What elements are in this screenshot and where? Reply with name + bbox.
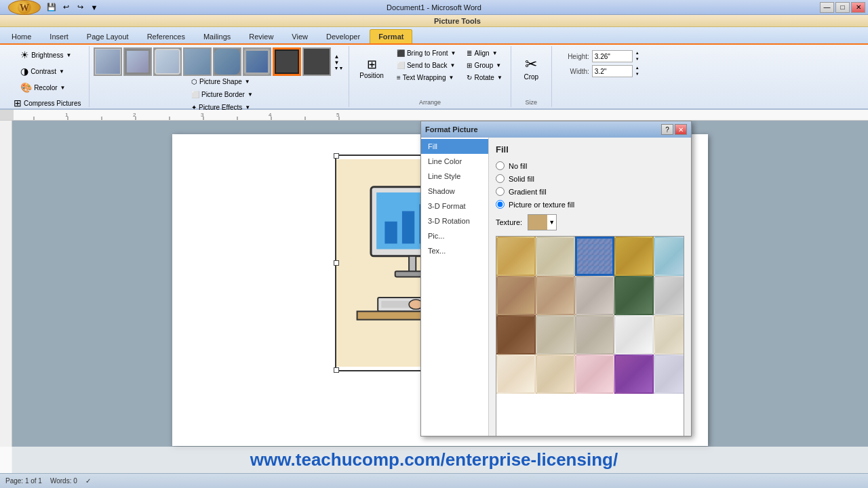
height-input[interactable]: [592, 50, 633, 62]
office-button[interactable]: W: [8, 0, 41, 15]
tab-references[interactable]: References: [138, 29, 194, 43]
text-wrap-dropdown: ▼: [449, 75, 454, 81]
undo-button[interactable]: ↩: [60, 1, 72, 14]
contrast-button[interactable]: ◑ Contrast ▼: [16, 64, 68, 79]
texture-1[interactable]: [496, 237, 536, 276]
solid-fill-radio[interactable]: [496, 174, 505, 183]
text-wrapping-button[interactable]: ≡ Text Wrapping ▼: [393, 72, 460, 83]
sidebar-item-picture[interactable]: Pic...: [421, 228, 488, 243]
sidebar-item-line-style[interactable]: Line Style: [421, 169, 488, 184]
spell-check-icon[interactable]: ✓: [85, 477, 91, 485]
bring-to-front-button[interactable]: ⬛ Bring to Front ▼: [393, 47, 460, 59]
sidebar-item-3d-format[interactable]: 3-D Format: [421, 199, 488, 214]
tab-mailings[interactable]: Mailings: [195, 29, 239, 43]
tab-view[interactable]: View: [283, 29, 317, 43]
solid-fill-option[interactable]: Solid fill: [496, 174, 684, 183]
maximize-button[interactable]: □: [835, 2, 850, 13]
align-button[interactable]: ≣ Align ▼: [462, 47, 506, 59]
dialog-controls[interactable]: ? ✕: [661, 124, 687, 135]
customize-qat-button[interactable]: ▼: [88, 1, 100, 14]
texture-18[interactable]: [575, 354, 614, 394]
pic-style-1[interactable]: [94, 47, 122, 76]
texture-dropdown-arrow[interactable]: ▼: [547, 218, 556, 227]
texture-11[interactable]: [496, 315, 536, 354]
group-button[interactable]: ⊞ Group ▼: [462, 60, 506, 71]
svg-text:3: 3: [201, 112, 204, 118]
sidebar-item-fill[interactable]: Fill: [421, 139, 488, 154]
gradient-fill-radio[interactable]: [496, 187, 505, 196]
tab-page-layout[interactable]: Page Layout: [78, 29, 138, 43]
compress-icon: ⊞: [14, 98, 22, 108]
tab-developer[interactable]: Developer: [317, 29, 369, 43]
picture-texture-radio[interactable]: [496, 200, 505, 209]
close-button[interactable]: ✕: [851, 2, 865, 13]
handle-bottom-left[interactable]: [334, 367, 339, 373]
sidebar-item-3d-rotation[interactable]: 3-D Rotation: [421, 214, 488, 228]
handle-middle-left[interactable]: [334, 260, 339, 266]
tab-home[interactable]: Home: [3, 29, 40, 43]
no-fill-option[interactable]: No fill: [496, 161, 684, 170]
position-button[interactable]: ⊞ Position: [353, 47, 390, 88]
sidebar-item-line-color[interactable]: Line Color: [421, 154, 488, 169]
texture-17[interactable]: [536, 354, 575, 394]
format-picture-dialog[interactable]: Format Picture ? ✕ Fill Line Color Line …: [420, 121, 692, 436]
handle-top-left[interactable]: [334, 153, 339, 159]
texture-7[interactable]: [536, 276, 575, 315]
sidebar-item-text-box[interactable]: Tex...: [421, 243, 488, 258]
tab-format[interactable]: Format: [370, 29, 412, 43]
pic-style-3[interactable]: [153, 47, 182, 76]
crop-button[interactable]: ✂ Crop: [517, 47, 545, 88]
width-spinner[interactable]: ▲▼: [635, 65, 639, 77]
texture-8[interactable]: [575, 276, 614, 315]
quick-access-toolbar[interactable]: W 💾 ↩ ↪ ▼: [3, 0, 103, 15]
pic-style-7[interactable]: [273, 47, 301, 76]
pic-style-4[interactable]: [183, 47, 212, 76]
width-input[interactable]: [592, 65, 633, 77]
texture-14[interactable]: [614, 315, 654, 354]
texture-2[interactable]: [536, 237, 575, 276]
texture-16[interactable]: [496, 354, 536, 394]
texture-5[interactable]: [654, 237, 684, 276]
height-spinner[interactable]: ▲▼: [635, 50, 639, 62]
picture-shape-label: Picture Shape: [199, 78, 242, 85]
texture-scroll-area[interactable]: [496, 236, 684, 436]
texture-20[interactable]: [654, 354, 684, 394]
sidebar-item-shadow[interactable]: Shadow: [421, 184, 488, 199]
texture-12[interactable]: [536, 315, 575, 354]
pic-style-8[interactable]: [302, 47, 331, 76]
send-to-back-button[interactable]: ⬜ Send to Back ▼: [393, 60, 460, 71]
texture-10[interactable]: [654, 276, 684, 315]
texture-9[interactable]: [614, 276, 654, 315]
dialog-close-button[interactable]: ✕: [675, 124, 687, 135]
dialog-help-button[interactable]: ?: [661, 124, 673, 135]
texture-selector[interactable]: ▼: [528, 214, 557, 230]
picture-styles-gallery[interactable]: ▲▼▼▼: [94, 47, 344, 76]
texture-15[interactable]: [654, 315, 684, 354]
minimize-button[interactable]: —: [820, 2, 834, 13]
picture-border-button[interactable]: ⬜ Picture Border ▼: [187, 89, 257, 100]
recolor-button[interactable]: 🎨 Recolor ▼: [16, 80, 69, 95]
brightness-button[interactable]: ☀ Brightness ▼: [16, 47, 75, 62]
picture-texture-fill-option[interactable]: Picture or texture fill: [496, 200, 684, 209]
gradient-fill-option[interactable]: Gradient fill: [496, 187, 684, 196]
pic-style-6[interactable]: [243, 47, 271, 76]
texture-3[interactable]: [575, 237, 614, 276]
texture-13[interactable]: [575, 315, 614, 354]
rotate-button[interactable]: ↻ Rotate ▼: [462, 72, 506, 83]
no-fill-radio[interactable]: [496, 161, 505, 170]
more-styles-button[interactable]: ▲▼▼▼: [332, 52, 344, 72]
picture-shape-button[interactable]: ⬡ Picture Shape ▼: [187, 76, 257, 87]
pic-style-2[interactable]: [123, 47, 152, 76]
tab-insert[interactable]: Insert: [41, 29, 77, 43]
window-controls[interactable]: — □ ✕: [820, 2, 865, 13]
texture-6[interactable]: [496, 276, 536, 315]
tab-review[interactable]: Review: [240, 29, 282, 43]
pic-style-5[interactable]: [213, 47, 241, 76]
texture-19[interactable]: [614, 354, 654, 394]
compress-pictures-button[interactable]: ⊞ Compress Pictures: [9, 96, 85, 110]
redo-button[interactable]: ↪: [74, 1, 86, 14]
texture-4[interactable]: [614, 237, 654, 276]
ribbon-tab-bar[interactable]: Home Insert Page Layout References Maili…: [0, 27, 868, 45]
title-bar: W 💾 ↩ ↪ ▼ Document1 - Microsoft Word — □…: [0, 0, 868, 15]
save-button[interactable]: 💾: [45, 1, 58, 14]
